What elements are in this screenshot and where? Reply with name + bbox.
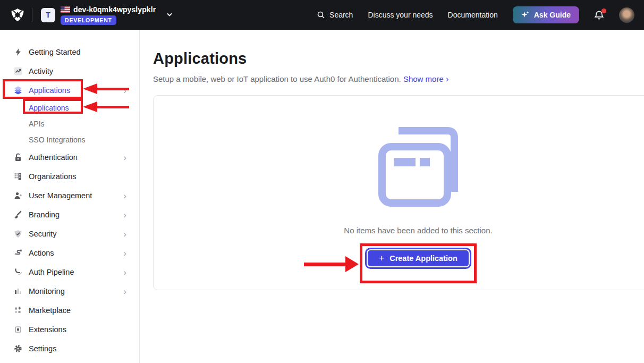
sidebar-item-user-management[interactable]: User Management › bbox=[0, 186, 139, 205]
chevron-right-icon: › bbox=[123, 249, 126, 258]
sidebar-item-organizations[interactable]: Organizations bbox=[0, 167, 139, 186]
tenant-switcher[interactable]: T dev-k0qmk4wpyslypklr DEVELOPMENT bbox=[41, 5, 173, 25]
show-more-link[interactable]: Show more bbox=[403, 74, 444, 83]
sidebar-item-activity[interactable]: Activity bbox=[0, 62, 139, 81]
sidebar-item-label: Branding bbox=[29, 210, 60, 219]
sidebar-item-label: Organizations bbox=[29, 172, 76, 181]
flow-icon bbox=[14, 249, 22, 257]
layers-icon bbox=[14, 86, 22, 95]
sidebar-item-label: Marketplace bbox=[29, 306, 71, 315]
sidebar-item-label: Applications bbox=[29, 86, 70, 95]
tenant-avatar: T bbox=[41, 8, 55, 22]
chevron-down-icon bbox=[166, 13, 173, 17]
pipeline-icon bbox=[14, 268, 22, 276]
sidebar-item-label: User Management bbox=[29, 191, 92, 200]
search-button[interactable]: Search bbox=[317, 11, 353, 19]
discuss-your-needs-link[interactable]: Discuss your needs bbox=[368, 11, 433, 19]
page-subtitle: Setup a mobile, web or IoT application t… bbox=[153, 74, 644, 84]
header-divider bbox=[32, 8, 32, 22]
chevron-right-icon[interactable]: › bbox=[446, 74, 448, 83]
chip-icon bbox=[14, 325, 22, 334]
bolt-icon bbox=[14, 48, 22, 56]
sparkle-icon bbox=[521, 11, 530, 19]
sidebar-item-monitoring[interactable]: Monitoring › bbox=[0, 282, 139, 301]
chevron-right-icon: › bbox=[123, 287, 126, 296]
sidebar-item-getting-started[interactable]: Getting Started bbox=[0, 43, 139, 62]
applications-empty-card: No items have been added to this section… bbox=[153, 95, 644, 290]
grid-plus-icon bbox=[14, 306, 22, 315]
documentation-link[interactable]: Documentation bbox=[448, 11, 498, 19]
sidebar-item-label: Settings bbox=[29, 344, 56, 353]
sidebar-nav: Getting Started Activity Applications › … bbox=[0, 30, 140, 363]
sidebar-item-apis-sub[interactable]: APIs bbox=[0, 116, 139, 132]
sidebar-item-label: Extensions bbox=[29, 325, 66, 334]
sidebar-item-label: Actions bbox=[29, 249, 54, 257]
tenant-name: dev-k0qmk4wpyslypklr bbox=[73, 5, 156, 14]
lock-icon bbox=[14, 153, 22, 162]
auth0-logo[interactable] bbox=[11, 8, 24, 22]
chevron-right-icon: › bbox=[123, 86, 126, 95]
brush-icon bbox=[14, 210, 22, 219]
us-flag-icon bbox=[61, 6, 70, 13]
chevron-right-icon: › bbox=[123, 153, 126, 162]
sidebar-item-auth-pipeline[interactable]: Auth Pipeline › bbox=[0, 263, 139, 282]
empty-state-message: No items have been added to this section… bbox=[344, 226, 492, 235]
building-icon bbox=[14, 172, 22, 181]
sidebar-item-label: Auth Pipeline bbox=[29, 268, 74, 276]
sidebar-item-label: Activity bbox=[29, 67, 53, 75]
chevron-right-icon: › bbox=[123, 268, 126, 277]
chevron-right-icon: › bbox=[123, 210, 126, 220]
sidebar-item-marketplace[interactable]: Marketplace bbox=[0, 301, 139, 320]
notification-dot bbox=[601, 9, 606, 13]
sidebar-item-label: Applications bbox=[29, 104, 69, 112]
gear-icon bbox=[14, 344, 22, 353]
create-application-button[interactable]: + Create Application bbox=[365, 248, 471, 269]
sidebar-item-security[interactable]: Security › bbox=[0, 224, 139, 243]
sidebar-item-label: SSO Integrations bbox=[29, 136, 86, 144]
sidebar-item-label: Security bbox=[29, 230, 56, 238]
chevron-right-icon: › bbox=[123, 191, 126, 200]
auth0-dashboard: T dev-k0qmk4wpyslypklr DEVELOPMENT bbox=[0, 0, 644, 363]
bar-chart-icon bbox=[14, 287, 22, 296]
main-content: Applications Setup a mobile, web or IoT … bbox=[140, 30, 644, 363]
sidebar-item-sso-integrations-sub[interactable]: SSO Integrations bbox=[0, 132, 139, 148]
page-title: Applications bbox=[153, 50, 644, 67]
shield-icon bbox=[14, 230, 22, 238]
auth0-shield-icon bbox=[11, 8, 24, 22]
sidebar-item-label: Getting Started bbox=[29, 48, 81, 56]
sidebar-item-authentication[interactable]: Authentication › bbox=[0, 148, 139, 167]
sidebar-item-settings[interactable]: Settings bbox=[0, 339, 139, 358]
notifications-button[interactable] bbox=[594, 10, 604, 20]
empty-applications-icon bbox=[376, 125, 461, 207]
sidebar-item-branding[interactable]: Branding › bbox=[0, 205, 139, 224]
sidebar-item-label: Authentication bbox=[29, 153, 78, 162]
sidebar-item-applications[interactable]: Applications › bbox=[0, 81, 139, 100]
plus-icon: + bbox=[379, 253, 384, 264]
environment-badge: DEVELOPMENT bbox=[61, 15, 116, 25]
top-header: T dev-k0qmk4wpyslypklr DEVELOPMENT bbox=[0, 0, 644, 30]
user-icon bbox=[14, 191, 22, 200]
sidebar-item-applications-sub[interactable]: Applications bbox=[0, 100, 139, 116]
sidebar-item-label: Monitoring bbox=[29, 287, 65, 296]
search-icon bbox=[317, 11, 325, 19]
sidebar-item-label: APIs bbox=[29, 120, 45, 128]
activity-icon bbox=[14, 67, 22, 75]
sidebar-item-actions[interactable]: Actions › bbox=[0, 243, 139, 263]
user-avatar[interactable] bbox=[619, 7, 634, 23]
chevron-right-icon: › bbox=[123, 230, 126, 239]
ask-guide-button[interactable]: Ask Guide bbox=[513, 6, 579, 23]
sidebar-item-extensions[interactable]: Extensions bbox=[0, 320, 139, 339]
